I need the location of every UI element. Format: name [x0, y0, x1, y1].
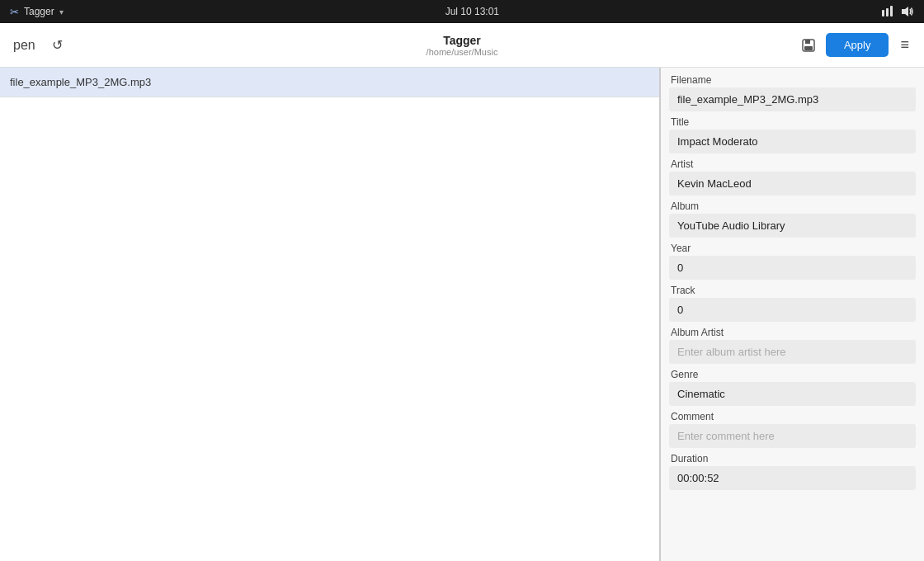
toolbar-left: pen ↺ — [10, 34, 66, 56]
track-field: Track — [669, 285, 916, 322]
year-label: Year — [669, 243, 916, 254]
apply-button[interactable]: Apply — [826, 33, 889, 57]
filename-field: Filename — [669, 74, 916, 111]
save-icon-button[interactable] — [798, 35, 819, 56]
comment-input[interactable] — [669, 424, 916, 448]
toolbar-center: Tagger /home/user/Music — [427, 34, 498, 57]
year-field: Year — [669, 243, 916, 280]
artist-input[interactable] — [669, 172, 916, 196]
svg-marker-3 — [902, 7, 908, 16]
album-label: Album — [669, 200, 916, 212]
speaker-icon — [901, 5, 914, 18]
svg-rect-5 — [805, 40, 810, 44]
system-bar: ✂ Tagger ▾ Jul 10 13:01 — [0, 0, 924, 23]
title-field: Title — [669, 116, 916, 153]
genre-input[interactable] — [669, 382, 916, 406]
title-label: Title — [669, 116, 916, 128]
album-input[interactable] — [669, 214, 916, 238]
filename-input[interactable] — [669, 87, 916, 111]
svg-rect-1 — [886, 8, 889, 16]
main-content: file_example_MP3_2MG.mp3 Filename Title … — [0, 68, 924, 561]
album-artist-field: Album Artist — [669, 327, 916, 364]
svg-rect-2 — [890, 6, 893, 16]
duration-label: Duration — [669, 453, 916, 464]
app-toolbar: pen ↺ Tagger /home/user/Music Apply ≡ — [0, 23, 924, 68]
tagger-logo-icon: ✂ — [10, 6, 19, 18]
open-button[interactable]: pen — [10, 35, 39, 56]
app-path: /home/user/Music — [427, 47, 498, 57]
refresh-button[interactable]: ↺ — [49, 34, 66, 56]
genre-label: Genre — [669, 369, 916, 380]
duration-input[interactable] — [669, 466, 916, 490]
app-menu-arrow-icon[interactable]: ▾ — [59, 7, 64, 16]
album-artist-label: Album Artist — [669, 327, 916, 338]
file-name: file_example_MP3_2MG.mp3 — [10, 76, 151, 88]
track-label: Track — [669, 285, 916, 296]
menu-button[interactable]: ≡ — [895, 33, 914, 57]
app-title: Tagger — [427, 34, 498, 47]
metadata-panel: Filename Title Artist Album Year Track A… — [660, 68, 924, 561]
system-bar-time: Jul 10 13:01 — [446, 6, 499, 17]
network-icon — [881, 5, 894, 18]
system-bar-left: ✂ Tagger ▾ — [10, 6, 64, 18]
list-item[interactable]: file_example_MP3_2MG.mp3 — [0, 68, 659, 97]
filename-label: Filename — [669, 74, 916, 86]
artist-field: Artist — [669, 158, 916, 196]
comment-field: Comment — [669, 411, 916, 448]
title-input[interactable] — [669, 130, 916, 153]
system-bar-right — [881, 5, 914, 18]
open-label: pen — [13, 38, 35, 53]
album-field: Album — [669, 200, 916, 238]
comment-label: Comment — [669, 411, 916, 422]
refresh-icon: ↺ — [52, 37, 63, 53]
artist-label: Artist — [669, 158, 916, 170]
album-artist-input[interactable] — [669, 340, 916, 364]
genre-field: Genre — [669, 369, 916, 406]
track-input[interactable] — [669, 298, 916, 322]
svg-rect-0 — [882, 10, 884, 16]
year-input[interactable] — [669, 256, 916, 280]
app-name-label: Tagger — [24, 6, 54, 17]
svg-rect-6 — [804, 46, 813, 50]
duration-field: Duration — [669, 453, 916, 490]
toolbar-right: Apply ≡ — [798, 33, 914, 57]
file-list-panel: file_example_MP3_2MG.mp3 — [0, 68, 660, 561]
